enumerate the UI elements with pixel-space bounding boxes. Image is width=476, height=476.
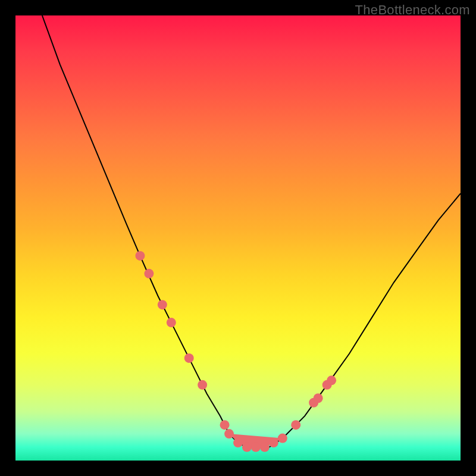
data-marker (224, 429, 234, 439)
data-marker (184, 353, 194, 363)
data-marker (233, 438, 243, 447)
data-marker (198, 380, 207, 390)
bottleneck-plot (15, 15, 461, 461)
data-marker (167, 318, 176, 327)
chart-area (15, 15, 461, 461)
data-marker (135, 251, 145, 261)
data-marker (269, 438, 278, 447)
data-marker (242, 443, 252, 452)
data-marker (327, 375, 336, 385)
marker-group (135, 251, 336, 452)
data-marker (158, 300, 167, 309)
watermark-text: TheBottleneck.com (355, 2, 470, 18)
data-marker (220, 420, 230, 430)
data-marker (251, 443, 261, 452)
data-marker (314, 393, 323, 403)
bottleneck-curve (42, 15, 461, 447)
data-marker (260, 443, 270, 452)
data-marker (278, 434, 287, 443)
data-marker (144, 269, 154, 278)
data-marker (291, 420, 300, 430)
